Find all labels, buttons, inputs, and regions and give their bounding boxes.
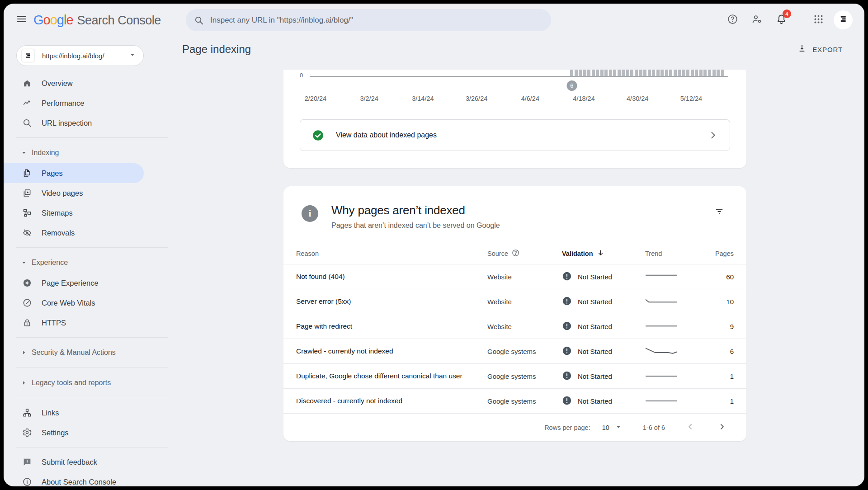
account-button[interactable]: [834, 10, 853, 29]
sidebar-item-sitemaps[interactable]: Sitemaps: [4, 203, 144, 223]
validation-status: Not Started: [578, 397, 612, 405]
caret-down-icon: [128, 50, 137, 61]
rows-per-page-caret[interactable]: [614, 422, 623, 433]
pages-icon: [22, 168, 33, 179]
info-icon: [22, 476, 33, 486]
cell-source: Google systems: [487, 372, 562, 380]
rows-per-page-value[interactable]: 10: [602, 424, 609, 431]
table-row[interactable]: Duplicate, Google chose different canoni…: [283, 363, 746, 388]
apps-button[interactable]: [809, 11, 827, 29]
sidebar-item-core-web-vitals[interactable]: Core Web Vitals: [4, 293, 144, 313]
menu-button[interactable]: [13, 11, 31, 29]
sidebar-item-links[interactable]: Links: [4, 403, 144, 423]
why-card-subtitle: Pages that aren’t indexed can’t be serve…: [331, 221, 500, 230]
reasons-table: Reason Source Validation Trend Pages: [283, 243, 746, 441]
sidebar-item-https[interactable]: HTTPS: [4, 313, 144, 333]
error-circle-icon: [562, 396, 572, 407]
table-header-row: Reason Source Validation Trend Pages: [283, 243, 746, 264]
sidebar-section-experience[interactable]: Experience: [4, 252, 179, 273]
sidebar-item-label: About Search Console: [42, 478, 116, 486]
question-circle-icon[interactable]: [512, 249, 519, 258]
main: Page indexing EXPORT 0 6 2/20/243/2/243/…: [179, 36, 864, 486]
user-settings-button[interactable]: [748, 11, 766, 29]
error-circle-icon: [562, 271, 572, 283]
validation-status: Not Started: [578, 323, 612, 330]
links-icon: [22, 407, 33, 418]
table-row[interactable]: Crawled - currently not indexedGoogle sy…: [283, 339, 746, 363]
export-label: EXPORT: [812, 46, 843, 53]
caret-right-icon: [20, 379, 28, 387]
cell-reason: Discovered - currently not indexed: [296, 397, 487, 405]
chart-bars: [570, 70, 724, 76]
chart-date-tick: 4/18/24: [573, 95, 594, 102]
notifications-button[interactable]: 4: [772, 11, 790, 29]
chart-date-tick: 4/6/24: [521, 95, 539, 102]
sitemaps-icon: [22, 207, 33, 218]
sort-down-icon: [597, 249, 604, 258]
lock-icon: [22, 317, 33, 328]
sidebar-section-indexing[interactable]: Indexing: [4, 142, 179, 163]
sidebar-item-performance[interactable]: Performance: [4, 93, 144, 113]
cell-pages-count: 1: [695, 372, 734, 380]
app-window: Google Search Console Inspect any URL in…: [4, 4, 864, 486]
table-row[interactable]: Server error (5xx)WebsiteNot Started10: [283, 289, 746, 314]
chevron-left-icon: [686, 422, 695, 433]
sidebar-item-label: Core Web Vitals: [42, 299, 95, 307]
why-not-indexed-card: i Why pages aren’t indexed Pages that ar…: [283, 186, 746, 441]
sidebar-item-removals[interactable]: Removals: [4, 223, 144, 243]
table-row[interactable]: Not found (404)WebsiteNot Started60: [283, 264, 746, 289]
sidebar-item-label: Performance: [42, 99, 84, 108]
export-button[interactable]: EXPORT: [793, 40, 847, 59]
view-indexed-data-label: View data about indexed pages: [336, 131, 437, 139]
error-circle-icon: [562, 296, 572, 307]
col-trend: Trend: [645, 250, 695, 257]
chart-date-tick: 4/30/24: [627, 95, 648, 102]
cell-pages-count: 10: [695, 298, 734, 306]
chevron-right-icon: [708, 130, 718, 140]
next-page-button[interactable]: [716, 421, 728, 434]
help-button[interactable]: [723, 11, 741, 29]
cell-source: Google systems: [487, 348, 562, 355]
validation-status: Not Started: [578, 348, 612, 355]
sidebar-item-submit-feedback[interactable]: Submit feedback: [4, 452, 144, 472]
sidebar-item-pages[interactable]: Pages: [4, 163, 144, 183]
table-row[interactable]: Discovered - currently not indexedGoogle…: [283, 388, 746, 413]
sidebar-item-video-pages[interactable]: Video pages: [4, 183, 144, 203]
sidebar-item-settings[interactable]: Settings: [4, 423, 144, 443]
property-url: https://inblog.ai/blog/: [42, 52, 128, 60]
sidebar-item-about[interactable]: About Search Console: [4, 472, 144, 486]
caret-down-icon: [20, 259, 28, 267]
cell-source: Website: [487, 273, 562, 281]
col-pages: Pages: [695, 250, 734, 257]
sidebar-item-label: URL inspection: [42, 119, 92, 127]
caret-down-icon: [20, 149, 28, 157]
cell-reason: Server error (5xx): [296, 297, 487, 306]
property-selector[interactable]: https://inblog.ai/blog/: [16, 45, 144, 66]
info-icon: i: [302, 205, 318, 222]
sidebar-item-label: Submit feedback: [42, 458, 97, 466]
error-circle-icon: [562, 371, 572, 382]
cell-trend-sparkline: [645, 347, 695, 356]
sidebar-item-overview[interactable]: Overview: [4, 73, 144, 93]
sidebar-divider: [16, 368, 168, 368]
cell-trend-sparkline: [645, 272, 695, 281]
sidebar-item-label: Links: [42, 409, 59, 417]
view-indexed-data-row[interactable]: View data about indexed pages: [300, 119, 730, 151]
prev-page-button[interactable]: [684, 421, 697, 434]
sidebar-nav: OverviewPerformanceURL inspectionIndexin…: [4, 73, 179, 486]
sidebar-item-page-experience[interactable]: Page Experience: [4, 273, 144, 293]
sidebar-section-security-manual-actions[interactable]: Security & Manual Actions: [4, 342, 179, 363]
validation-status: Not Started: [578, 298, 612, 306]
notification-badge: 4: [783, 9, 791, 18]
sidebar-section-legacy-tools[interactable]: Legacy tools and reports: [4, 372, 179, 393]
filter-button[interactable]: [710, 203, 728, 221]
cell-pages-count: 9: [695, 323, 734, 330]
col-validation-sort[interactable]: Validation: [562, 249, 645, 258]
url-inspect-search[interactable]: Inspect any URL in "https://inblog.ai/bl…: [186, 9, 551, 31]
sidebar-section-label: Experience: [32, 259, 68, 267]
content: 0 6 2/20/243/2/243/14/243/26/244/6/244/1…: [179, 62, 864, 486]
sidebar-item-url-inspection[interactable]: URL inspection: [4, 113, 144, 133]
google-logo-letter: e: [66, 13, 73, 27]
caret-down-icon: [614, 422, 623, 433]
table-row[interactable]: Page with redirectWebsiteNot Started9: [283, 314, 746, 339]
